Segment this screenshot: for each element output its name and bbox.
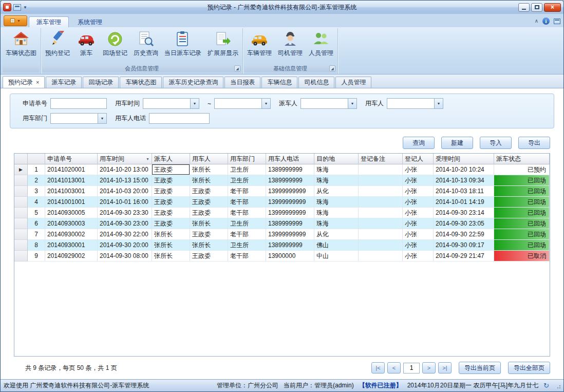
cell-dispatcher[interactable]: 张所长: [152, 251, 190, 262]
cell-accept-time[interactable]: 2014-10-20 10:24: [434, 164, 494, 175]
tab-driver-info[interactable]: 司机信息: [298, 77, 334, 88]
cell-use-time[interactable]: 2014-10-01 16:00: [98, 197, 152, 208]
column-header-dispatch-status[interactable]: 派车状态: [494, 154, 550, 164]
use-time-from-combo[interactable]: ▼: [143, 98, 199, 109]
column-header-department[interactable]: 用车部门: [228, 154, 266, 164]
cell-department[interactable]: 卫生所: [228, 164, 266, 175]
row-indicator[interactable]: [14, 240, 28, 251]
row-indicator[interactable]: [14, 197, 28, 208]
cell-department[interactable]: 老干部: [228, 251, 266, 262]
tab-return-records[interactable]: 回场记录: [83, 77, 119, 88]
cell-user-phone[interactable]: 1389999999: [266, 240, 314, 251]
export-button[interactable]: 导出: [518, 137, 550, 149]
cell-destination[interactable]: 珠海: [314, 208, 359, 218]
cell-registrant[interactable]: 小张: [403, 251, 434, 262]
export-current-page-button[interactable]: 导出当前页: [459, 362, 501, 374]
sort-dropdown-icon[interactable]: ▼: [145, 157, 149, 161]
row-indicator[interactable]: [14, 218, 28, 229]
ribbon-tab-dispatch-management[interactable]: 派车管理: [29, 16, 69, 27]
tab-vehicle-status-chart[interactable]: 车辆状态图: [120, 77, 162, 88]
cell-accept-time[interactable]: 2014-09-30 22:59: [434, 229, 494, 240]
cell-apply-no[interactable]: 20141013001: [45, 175, 98, 186]
column-header-use-time[interactable]: 用车时间▼: [98, 154, 152, 164]
cell-accept-time[interactable]: 2014-09-29 21:47: [434, 251, 494, 262]
cell-register-remark[interactable]: [359, 197, 403, 208]
cell-apply-no[interactable]: 20140929002: [45, 251, 98, 262]
last-page-button[interactable]: >|: [438, 362, 452, 374]
cell-department[interactable]: 卫生所: [228, 218, 266, 229]
query-button[interactable]: 查询: [403, 137, 435, 149]
cell-accept-time[interactable]: 2014-10-01 14:19: [434, 197, 494, 208]
column-header-dispatcher[interactable]: 派车人: [152, 154, 190, 164]
column-header-car-user[interactable]: 用车人: [190, 154, 228, 164]
tab-dispatch-history-query[interactable]: 派车历史记录查询: [163, 77, 223, 88]
cell-registrant[interactable]: 小张: [403, 208, 434, 218]
department-combo[interactable]: ▼: [50, 113, 107, 124]
next-page-button[interactable]: >: [422, 362, 436, 374]
cell-user-phone[interactable]: 1389999999: [266, 164, 314, 175]
row-indicator[interactable]: [14, 175, 28, 186]
ribbon-button-vehicle-management[interactable]: 车辆管理: [245, 30, 274, 59]
ribbon-button-personnel-management[interactable]: 人员管理: [306, 30, 336, 59]
cell-user-phone[interactable]: 13999999999: [266, 229, 314, 240]
page-number-input[interactable]: [403, 363, 420, 374]
row-indicator[interactable]: [14, 186, 28, 197]
cell-use-time[interactable]: 2014-09-30 23:30: [98, 208, 152, 218]
cell-use-time[interactable]: 2014-10-03 20:00: [98, 186, 152, 197]
chevron-down-icon[interactable]: ▼: [434, 99, 443, 108]
cell-apply-no[interactable]: 20140930003: [45, 218, 98, 229]
cell-car-user[interactable]: 张所长: [190, 218, 228, 229]
cell-register-remark[interactable]: [359, 240, 403, 251]
cell-use-time[interactable]: 2014-10-13 15:00: [98, 175, 152, 186]
use-time-to-combo[interactable]: ▼: [214, 98, 271, 109]
cell-dispatch-status[interactable]: 已回场: [494, 208, 550, 218]
cell-dispatch-status[interactable]: 已回场: [494, 218, 550, 229]
ribbon-button-dispatch[interactable]: 派车: [73, 30, 99, 59]
cell-user-phone[interactable]: 13999999999: [266, 208, 314, 218]
cell-car-user[interactable]: 张所长: [190, 240, 228, 251]
cell-user-phone[interactable]: 13900000: [266, 251, 314, 262]
tab-vehicle-info[interactable]: 车辆信息: [261, 77, 297, 88]
cell-apply-no[interactable]: 20141020001: [45, 164, 98, 175]
minimize-button[interactable]: [518, 3, 530, 12]
cell-accept-time[interactable]: 2014-09-30 09:17: [434, 240, 494, 251]
cell-dispatcher[interactable]: 王政委: [152, 164, 190, 175]
help-icon[interactable]: i: [542, 17, 550, 25]
dispatcher-combo[interactable]: ▼: [300, 98, 357, 109]
cell-apply-no[interactable]: 20140930001: [45, 240, 98, 251]
cell-registrant[interactable]: 小张: [403, 197, 434, 208]
chevron-down-icon[interactable]: ▼: [348, 99, 356, 108]
cell-use-time[interactable]: 2014-09-30 08:00: [98, 251, 152, 262]
export-all-pages-button[interactable]: 导出全部页: [508, 362, 550, 374]
column-header-registrant[interactable]: 登记人: [403, 154, 434, 164]
cell-use-time[interactable]: 2014-09-30 20:00: [98, 240, 152, 251]
license-status-link[interactable]: 【软件已注册】: [359, 381, 402, 390]
app-menu-button[interactable]: ▼: [4, 15, 27, 26]
column-header-accept-time[interactable]: 受理时间: [434, 154, 494, 164]
cell-use-time[interactable]: 2014-09-30 22:00: [98, 229, 152, 240]
cell-register-remark[interactable]: [359, 186, 403, 197]
cell-register-remark[interactable]: [359, 218, 403, 229]
cell-destination[interactable]: 从化: [314, 229, 359, 240]
cell-user-phone[interactable]: 1389999999: [266, 175, 314, 186]
cell-destination[interactable]: 从化: [314, 186, 359, 197]
quick-access-window-icon[interactable]: [13, 4, 21, 11]
cell-car-user[interactable]: 王政委: [190, 208, 228, 218]
cell-car-user[interactable]: 王政委: [190, 186, 228, 197]
cell-destination[interactable]: 珠海: [314, 164, 359, 175]
cell-dispatcher[interactable]: 张所长: [152, 229, 190, 240]
row-indicator[interactable]: [14, 229, 28, 240]
cell-dispatcher[interactable]: 张所长: [152, 240, 190, 251]
quick-access-dropdown-icon[interactable]: ▼: [23, 5, 27, 10]
tab-reservation-records[interactable]: 预约记录×: [3, 76, 45, 88]
cell-destination[interactable]: 珠海: [314, 218, 359, 229]
ribbon-button-reservation-register[interactable]: 预约登记: [43, 30, 72, 59]
tab-personnel-management[interactable]: 人员管理: [335, 77, 371, 88]
column-header-user-phone[interactable]: 用车人电话: [266, 154, 314, 164]
car-user-combo[interactable]: ▼: [387, 98, 443, 109]
ribbon-button-return-register[interactable]: 回场登记: [100, 30, 130, 59]
cell-dispatch-status[interactable]: 已回场: [494, 229, 550, 240]
cell-registrant[interactable]: 小张: [403, 218, 434, 229]
column-header-apply-no[interactable]: 申请单号: [45, 154, 98, 164]
row-indicator[interactable]: [14, 251, 28, 262]
